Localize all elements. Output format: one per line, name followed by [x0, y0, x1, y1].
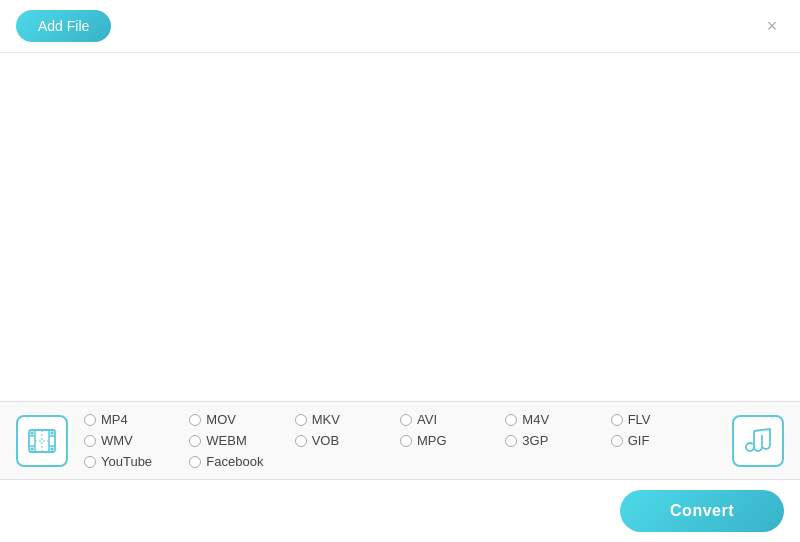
format-label-mpg: MPG [417, 433, 447, 448]
convert-button[interactable]: Convert [620, 490, 784, 532]
format-grid: MP4 MOV MKV AVI M4V FLV [84, 412, 716, 469]
add-file-button[interactable]: Add File [16, 10, 111, 42]
title-bar: Add File × [0, 0, 800, 52]
svg-rect-9 [51, 431, 54, 434]
svg-rect-7 [31, 431, 34, 434]
format-radio-webm [189, 435, 201, 447]
format-label-gif: GIF [628, 433, 650, 448]
format-radio-facebook [189, 456, 201, 468]
format-radio-mkv [295, 414, 307, 426]
format-item-mov[interactable]: MOV [189, 412, 294, 427]
format-radio-mpg [400, 435, 412, 447]
format-label-wmv: WMV [101, 433, 133, 448]
format-item-mp4[interactable]: MP4 [84, 412, 189, 427]
format-radio-3gp [505, 435, 517, 447]
main-content-area [0, 53, 800, 373]
format-item-flv[interactable]: FLV [611, 412, 716, 427]
format-radio-mov [189, 414, 201, 426]
format-item-mpg[interactable]: MPG [400, 433, 505, 448]
format-radio-wmv [84, 435, 96, 447]
video-format-icon-box[interactable] [16, 415, 68, 467]
format-radio-youtube [84, 456, 96, 468]
format-item-facebook[interactable]: Facebook [189, 454, 294, 469]
format-item-mkv[interactable]: MKV [295, 412, 400, 427]
audio-format-icon-box[interactable] [732, 415, 784, 467]
format-radio-flv [611, 414, 623, 426]
format-radio-m4v [505, 414, 517, 426]
format-label-mov: MOV [206, 412, 236, 427]
music-icon [744, 427, 772, 455]
close-button[interactable]: × [760, 14, 784, 38]
format-item-webm[interactable]: WEBM [189, 433, 294, 448]
format-label-mkv: MKV [312, 412, 340, 427]
format-item-youtube[interactable]: YouTube [84, 454, 189, 469]
format-label-mp4: MP4 [101, 412, 128, 427]
format-radio-avi [400, 414, 412, 426]
format-label-webm: WEBM [206, 433, 246, 448]
format-radio-mp4 [84, 414, 96, 426]
format-item-gif[interactable]: GIF [611, 433, 716, 448]
svg-rect-8 [31, 447, 34, 450]
svg-rect-10 [51, 447, 54, 450]
format-label-m4v: M4V [522, 412, 549, 427]
format-radio-gif [611, 435, 623, 447]
format-section: MP4 MOV MKV AVI M4V FLV [0, 402, 800, 479]
format-label-facebook: Facebook [206, 454, 263, 469]
format-item-m4v[interactable]: M4V [505, 412, 610, 427]
format-radio-vob [295, 435, 307, 447]
format-item-vob[interactable]: VOB [295, 433, 400, 448]
video-icon [27, 426, 57, 456]
format-item-3gp[interactable]: 3GP [505, 433, 610, 448]
convert-bar: Convert [0, 480, 800, 542]
format-label-avi: AVI [417, 412, 437, 427]
format-label-3gp: 3GP [522, 433, 548, 448]
format-label-youtube: YouTube [101, 454, 152, 469]
bottom-panel: MP4 MOV MKV AVI M4V FLV [0, 401, 800, 542]
format-label-flv: FLV [628, 412, 651, 427]
format-item-wmv[interactable]: WMV [84, 433, 189, 448]
format-label-vob: VOB [312, 433, 339, 448]
format-item-avi[interactable]: AVI [400, 412, 505, 427]
